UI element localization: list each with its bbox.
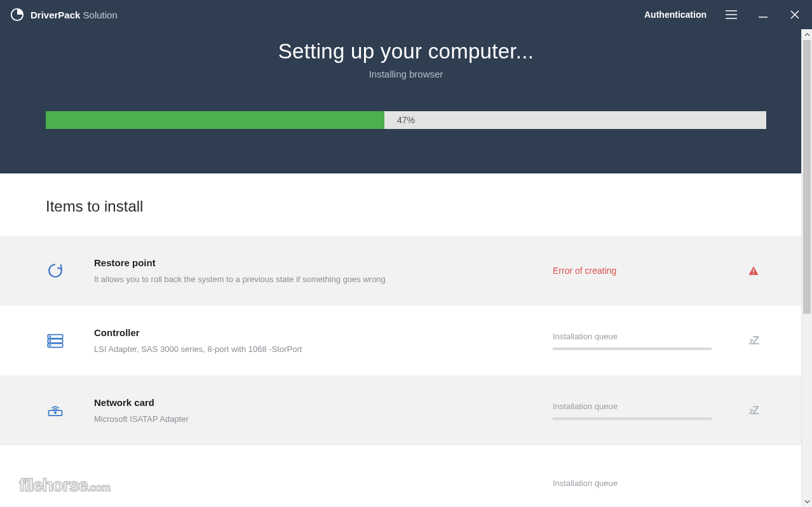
app-logo-text: DriverPack Solution — [30, 10, 118, 20]
install-item-next: Installation queue — [0, 445, 812, 505]
queue-label: Installation queue — [553, 402, 712, 411]
content-area: Items to install Restore point It allows… — [0, 173, 812, 505]
item-status: Installation queue — [553, 332, 712, 350]
controller-icon — [46, 331, 65, 350]
minimize-button[interactable] — [756, 8, 770, 22]
error-text: Error of creating — [553, 266, 616, 276]
svg-point-7 — [50, 341, 50, 341]
item-desc: LSI Adapter, SAS 3000 series, 8-port wit… — [94, 344, 524, 354]
install-item-restore-point: Restore point It allows you to roll back… — [0, 236, 812, 306]
spinner-icon — [46, 261, 65, 280]
progress-fill — [46, 111, 384, 129]
item-title: Controller — [94, 327, 524, 338]
setup-title: Setting up your computer... — [46, 39, 766, 64]
install-item-controller: Controller LSI Adapter, SAS 3000 series,… — [0, 306, 812, 375]
app-logo-icon — [10, 8, 24, 22]
queue-progress — [553, 417, 712, 420]
queue-label: Installation queue — [553, 332, 712, 341]
install-item-network-card: Network card Microsoft ISATAP Adapter In… — [0, 375, 812, 445]
svg-point-10 — [55, 412, 56, 413]
queue-progress — [553, 348, 712, 350]
svg-point-6 — [50, 336, 50, 337]
svg-rect-1 — [753, 269, 754, 273]
progress-percent-label: 47% — [397, 111, 415, 129]
vertical-scrollbar[interactable] — [801, 29, 812, 507]
warning-icon — [741, 265, 766, 276]
item-title: Restore point — [94, 257, 524, 268]
item-status: Installation queue — [553, 478, 712, 488]
network-card-icon — [46, 401, 65, 420]
setup-hero: Setting up your computer... Installing b… — [0, 29, 812, 173]
scroll-up-button[interactable] — [802, 29, 812, 40]
sleep-icon: zZ — [741, 334, 766, 348]
items-heading: Items to install — [0, 173, 812, 236]
scrollbar-thumb[interactable] — [803, 40, 811, 314]
item-status: Error of creating — [553, 265, 712, 276]
svg-rect-2 — [753, 273, 754, 274]
queue-label: Installation queue — [553, 478, 712, 488]
progress-bar: 47% — [46, 111, 766, 129]
item-desc: It allows you to roll back the system to… — [94, 274, 524, 284]
close-button[interactable] — [788, 8, 802, 22]
svg-point-8 — [50, 345, 50, 346]
sleep-icon: zZ — [741, 404, 766, 417]
scrollbar-track[interactable] — [802, 40, 812, 496]
menu-icon[interactable] — [724, 8, 738, 22]
item-desc: Microsoft ISATAP Adapter — [94, 414, 524, 424]
scroll-down-button[interactable] — [802, 496, 812, 507]
item-icon-placeholder — [46, 473, 65, 492]
titlebar: DriverPack Solution Authentication — [0, 0, 812, 29]
item-title: Network card — [94, 397, 524, 408]
setup-subtitle: Installing browser — [46, 69, 766, 79]
app-logo: DriverPack Solution — [10, 8, 118, 22]
item-status: Installation queue — [553, 402, 712, 420]
authentication-link[interactable]: Authentication — [644, 10, 707, 20]
